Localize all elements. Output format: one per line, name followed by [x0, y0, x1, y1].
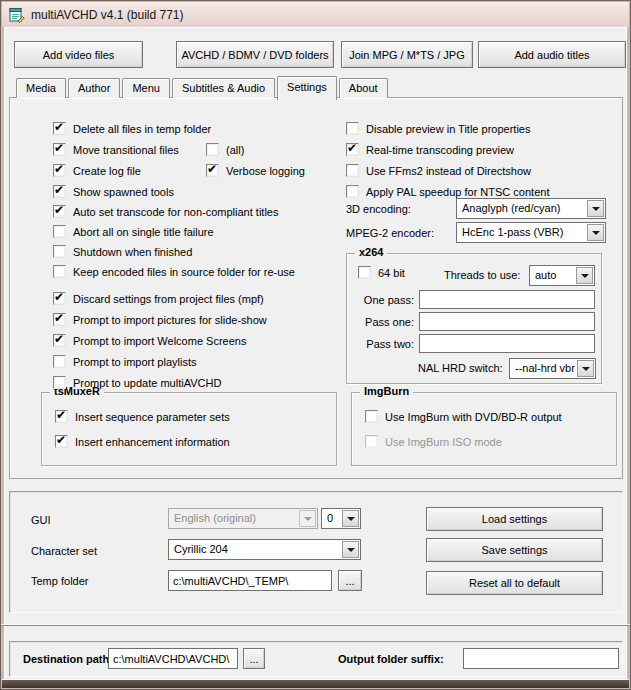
checkbox-prompt-import-playlists[interactable]: Prompt to import playlists [53, 354, 196, 369]
avchd-bdmv-dvd-folders-button[interactable]: AVCHD / BDMV / DVD folders [176, 41, 334, 68]
checkbox-label: Auto set transcode for non-compliant tit… [73, 206, 278, 218]
checkbox-icon[interactable] [346, 164, 359, 177]
checkbox-move-transitional-files[interactable]: Move transitional files [53, 142, 179, 157]
3d-encoding-select[interactable]: Anaglyph (red/cyan) [456, 198, 606, 219]
checkbox-icon[interactable] [53, 185, 66, 198]
window-frame-bottom [2, 680, 629, 688]
checkbox-x264-64bit[interactable]: 64 bit [358, 265, 405, 280]
threads-label: Threads to use: [444, 269, 520, 281]
checkbox-delete-temp-files[interactable]: Delete all files in temp folder [53, 121, 211, 136]
mpeg2-encoder-select[interactable]: HcEnc 1-pass (VBR) [456, 222, 606, 243]
tab-author[interactable]: Author [68, 78, 120, 98]
temp-folder-input[interactable] [168, 570, 332, 591]
tab-about[interactable]: About [339, 78, 388, 98]
checkbox-auto-set-transcode[interactable]: Auto set transcode for non-compliant tit… [53, 204, 278, 219]
checkbox-prompt-import-pictures[interactable]: Prompt to import pictures for slide-show [53, 312, 267, 327]
destination-path-input[interactable] [108, 648, 238, 669]
destination-browse-button[interactable]: ... [243, 648, 265, 669]
checkbox-discard-mpf-settings[interactable]: Discard settings from project files (mpf… [53, 291, 264, 306]
checkbox-icon[interactable] [53, 376, 66, 389]
combo-value: --nal-hrd vbr [515, 362, 575, 374]
chevron-down-icon[interactable] [342, 510, 359, 527]
chevron-down-icon[interactable] [342, 541, 359, 558]
gui-number-select[interactable]: 0 [321, 508, 361, 529]
checkbox-disable-preview[interactable]: Disable preview in Title properties [346, 121, 530, 136]
checkbox-use-imgburn[interactable]: Use ImgBurn with DVD/BD-R output [365, 409, 562, 424]
checkbox-prompt-update[interactable]: Prompt to update multiAVCHD [53, 375, 221, 390]
temp-folder-browse-button[interactable]: ... [338, 570, 362, 591]
threads-select[interactable]: auto [529, 265, 595, 286]
title-bar[interactable]: multiAVCHD v4.1 (build 771) [2, 2, 629, 27]
add-audio-titles-button[interactable]: Add audio titles [478, 41, 626, 68]
checkbox-icon[interactable] [55, 435, 68, 448]
checkbox-icon[interactable] [53, 245, 66, 258]
chevron-down-icon[interactable] [577, 360, 594, 377]
combo-value: HcEnc 1-pass (VBR) [462, 226, 563, 238]
combo-value: auto [535, 269, 556, 281]
checkbox-icon[interactable] [358, 266, 371, 279]
checkbox-imgburn-iso-mode: Use ImgBurn ISO mode [365, 434, 502, 449]
nal-hrd-select[interactable]: --nal-hrd vbr [509, 358, 596, 379]
chevron-down-icon [299, 510, 316, 527]
add-video-files-button[interactable]: Add video files [14, 41, 143, 68]
checkbox-label: Prompt to update multiAVCHD [73, 377, 221, 389]
pass-one-input[interactable] [419, 312, 595, 331]
one-pass-input[interactable] [419, 290, 595, 309]
save-settings-button[interactable]: Save settings [426, 538, 603, 562]
checkbox-icon[interactable] [53, 164, 66, 177]
checkbox-icon[interactable] [53, 355, 66, 368]
chevron-down-icon[interactable] [587, 200, 604, 217]
checkbox-realtime-preview[interactable]: Real-time transcoding preview [346, 142, 514, 157]
checkbox-label: Show spawned tools [73, 186, 174, 198]
checkbox-label: Abort all on single title failure [73, 226, 214, 238]
checkbox-label: Apply PAL speedup for NTSC content [366, 186, 549, 198]
checkbox-abort-on-failure[interactable]: Abort all on single title failure [53, 224, 214, 239]
checkbox-use-ffms2[interactable]: Use FFms2 instead of Directshow [346, 163, 531, 178]
checkbox-icon[interactable] [55, 410, 68, 423]
reset-all-button[interactable]: Reset all to default [426, 571, 603, 595]
checkbox-create-log-file[interactable]: Create log file [53, 163, 141, 178]
checkbox-icon[interactable] [53, 292, 66, 305]
temp-folder-label: Temp folder [31, 575, 88, 587]
checkbox-keep-encoded-files[interactable]: Keep encoded files in source folder for … [53, 264, 295, 279]
checkbox-label: Prompt to import playlists [73, 356, 196, 368]
chevron-down-icon[interactable] [576, 267, 593, 284]
checkbox-icon[interactable] [53, 225, 66, 238]
character-set-label: Character set [31, 545, 97, 557]
checkbox-icon[interactable] [206, 164, 219, 177]
checkbox-label: (all) [226, 144, 244, 156]
checkbox-icon[interactable] [346, 185, 359, 198]
checkbox-icon[interactable] [206, 143, 219, 156]
checkbox-icon[interactable] [346, 143, 359, 156]
tab-media[interactable]: Media [16, 78, 66, 98]
one-pass-label: One pass: [356, 294, 414, 306]
checkbox-label: Use ImgBurn ISO mode [385, 436, 502, 448]
pass-two-input[interactable] [419, 334, 595, 353]
checkbox-label: Insert sequence parameter sets [75, 411, 230, 423]
tab-subtitles-audio[interactable]: Subtitles & Audio [172, 78, 275, 98]
checkbox-icon[interactable] [53, 334, 66, 347]
load-settings-button[interactable]: Load settings [426, 507, 603, 531]
checkbox-move-all[interactable]: (all) [206, 142, 244, 157]
checkbox-label: Keep encoded files in source folder for … [73, 266, 295, 278]
character-set-select[interactable]: Cyrillic 204 [168, 539, 361, 560]
checkbox-icon[interactable] [53, 143, 66, 156]
checkbox-shutdown-when-finished[interactable]: Shutdown when finished [53, 244, 192, 259]
checkbox-icon[interactable] [53, 205, 66, 218]
checkbox-pal-speedup[interactable]: Apply PAL speedup for NTSC content [346, 184, 549, 199]
tab-settings[interactable]: Settings [277, 76, 337, 100]
tab-menu[interactable]: Menu [122, 78, 170, 98]
checkbox-icon[interactable] [346, 122, 359, 135]
checkbox-show-spawned-tools[interactable]: Show spawned tools [53, 184, 174, 199]
checkbox-icon[interactable] [365, 410, 378, 423]
checkbox-icon[interactable] [53, 122, 66, 135]
output-suffix-input[interactable] [463, 648, 619, 669]
chevron-down-icon[interactable] [587, 224, 604, 241]
checkbox-icon[interactable] [53, 265, 66, 278]
join-mpg-mts-jpg-button[interactable]: Join MPG / M*TS / JPG [341, 41, 473, 68]
checkbox-verbose-logging[interactable]: Verbose logging [206, 163, 305, 178]
checkbox-insert-sequence-parameter-sets[interactable]: Insert sequence parameter sets [55, 409, 230, 424]
checkbox-prompt-import-welcome[interactable]: Prompt to import Welcome Screens [53, 333, 246, 348]
checkbox-insert-enhancement-information[interactable]: Insert enhancement information [55, 434, 230, 449]
checkbox-icon[interactable] [53, 313, 66, 326]
